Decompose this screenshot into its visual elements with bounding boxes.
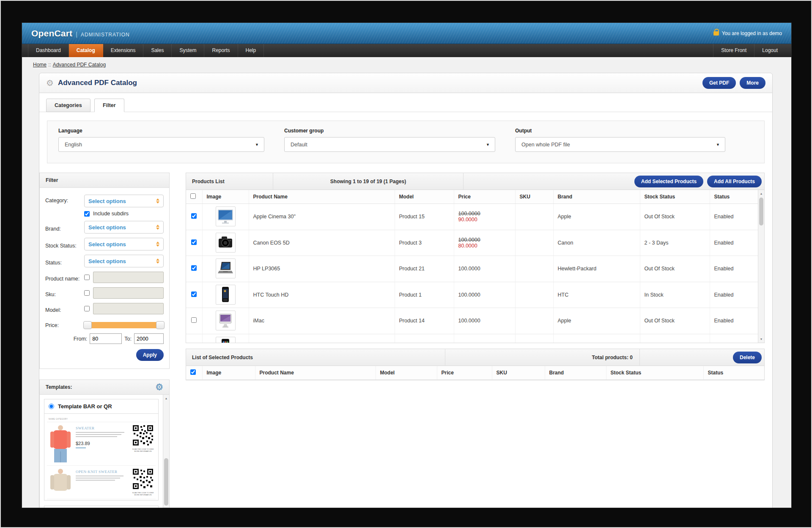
brand-divider: |: [76, 31, 77, 38]
nav-item-help[interactable]: Help: [238, 44, 264, 57]
add-selected-products-button[interactable]: Add Selected Products: [634, 176, 703, 187]
apply-button[interactable]: Apply: [136, 349, 164, 361]
products-scrollbar[interactable]: ▲ ▼: [758, 190, 764, 343]
status-multiselect[interactable]: Select options: [84, 255, 164, 267]
col-model: Model: [376, 366, 437, 380]
cell-status: Enabled: [710, 256, 758, 282]
product-name-enable-checkbox[interactable]: [84, 275, 90, 280]
cell-status: Enabled: [710, 334, 758, 343]
row-checkbox[interactable]: [191, 292, 197, 297]
cell-brand: Canon: [553, 230, 640, 256]
qr-code: [133, 425, 153, 446]
scroll-up-icon[interactable]: ▲: [758, 190, 764, 197]
template-option-bar-or-qr[interactable]: Template BAR or QR: [44, 399, 159, 414]
product-row: iMac Product 14 100.0000 Apple Out Of St…: [186, 308, 758, 334]
row-checkbox[interactable]: [191, 317, 197, 323]
brand-subtitle: ADMINISTRATION: [81, 32, 130, 38]
col-brand: Brand: [545, 366, 606, 380]
selected-select-all-checkbox[interactable]: [190, 369, 196, 375]
nav-item-sales[interactable]: Sales: [143, 44, 172, 57]
customer-group-label: Customer group: [284, 128, 495, 134]
cell-product-name: HTC Touch HD: [249, 282, 395, 308]
nav-item-catalog[interactable]: Catalog: [69, 44, 103, 57]
templates-scrollbar[interactable]: ▲ ▼: [163, 395, 169, 508]
include-subdirs-checkbox[interactable]: [84, 211, 90, 217]
delete-button[interactable]: Delete: [733, 352, 762, 363]
cell-model: Product 14: [395, 308, 454, 334]
breadcrumb-home-link[interactable]: Home: [33, 62, 47, 68]
model-label: Model:: [45, 304, 84, 313]
nav-item-logout[interactable]: Logout: [754, 44, 785, 57]
cell-model: product 11: [395, 334, 454, 343]
product-row: HTC Touch HD Product 1 100.0000 HTC In S…: [186, 282, 758, 308]
language-select[interactable]: English ▼: [58, 137, 264, 152]
qr-caption: Scan the code to view more information: [132, 492, 154, 496]
sku-input[interactable]: [93, 287, 164, 299]
filter-row-sku: Sku:: [45, 287, 164, 299]
model-input[interactable]: [93, 303, 164, 314]
brand: OpenCart | ADMINISTRATION: [31, 28, 130, 38]
row-checkbox[interactable]: [191, 213, 197, 219]
nav-item-dashboard[interactable]: Dashboard: [28, 44, 69, 57]
cell-price: 101.0000: [454, 334, 515, 343]
scroll-down-icon[interactable]: ▼: [758, 336, 764, 342]
nav-item-reports[interactable]: Reports: [204, 44, 238, 57]
cell-product-name: iPhone: [249, 334, 395, 343]
breadcrumb-current-link[interactable]: Advanced PDF Catalog: [53, 62, 106, 68]
customer-group-select[interactable]: Default ▼: [284, 137, 495, 152]
templates-scrollbar-thumb[interactable]: [164, 458, 168, 506]
tab-categories[interactable]: Categories: [46, 99, 91, 112]
from-label: From:: [74, 336, 88, 342]
brand-multiselect[interactable]: Select options: [84, 221, 164, 234]
add-all-products-button[interactable]: Add All Products: [707, 176, 762, 187]
updown-icon: [156, 198, 159, 204]
price-label: Price:: [45, 319, 84, 328]
nav-item-store-front[interactable]: Store Front: [713, 44, 754, 57]
model-enable-checkbox[interactable]: [84, 306, 90, 311]
row-checkbox[interactable]: [191, 265, 197, 271]
selected-products-table: Image Product Name Model Price SKU Brand…: [186, 366, 764, 380]
nav-item-extensions[interactable]: Extensions: [103, 44, 144, 57]
product-name-input[interactable]: [93, 272, 164, 283]
products-scrollbar-thumb[interactable]: [759, 198, 763, 226]
caret-down-icon: ▼: [716, 143, 720, 147]
get-pdf-button[interactable]: Get PDF: [702, 77, 736, 89]
template-option-four[interactable]: Template four: [44, 506, 159, 508]
tab-filter[interactable]: Filter: [94, 99, 124, 112]
output-select[interactable]: Open whole PDF file ▼: [515, 137, 725, 152]
col-status: Status: [703, 366, 764, 380]
price-slider-handle-max[interactable]: [156, 321, 165, 329]
col-stock-status: Stock Status: [606, 366, 703, 380]
updown-icon: [156, 225, 159, 230]
row-checkbox[interactable]: [191, 239, 197, 245]
canon-eos-5d-image: [216, 233, 236, 253]
filter-row-category: Category: Select options Include subdirs: [45, 195, 164, 217]
stock-status-multiselect[interactable]: Select options: [84, 238, 164, 250]
price-from-input[interactable]: [90, 333, 122, 344]
templates-gear-icon[interactable]: ⚙: [155, 382, 163, 392]
templates-title: Templates:: [46, 384, 72, 390]
sku-enable-checkbox[interactable]: [84, 290, 90, 296]
col-stock-status: Stock Status: [640, 190, 710, 204]
price-range-slider[interactable]: [84, 322, 164, 328]
browser-viewport: OpenCart | ADMINISTRATION You are logged…: [22, 23, 791, 508]
selected-products-panel: List of Selected Products Total products…: [186, 349, 765, 380]
products-table-scroll-area: Image Product Name Model Price SKU Brand…: [186, 190, 765, 343]
cell-brand: HTC: [553, 282, 640, 308]
category-multiselect[interactable]: Select options: [84, 195, 164, 207]
cell-brand: Hewlett-Packard: [553, 256, 640, 282]
select-all-checkbox[interactable]: [190, 193, 196, 199]
cell-price: 100.000090.0000: [454, 204, 515, 230]
scroll-up-icon[interactable]: ▲: [163, 395, 169, 402]
price-to-input[interactable]: [134, 333, 164, 344]
price-slider-handle-min[interactable]: [83, 321, 92, 329]
page-gear-icon: ⚙: [46, 78, 54, 88]
preview-category-caption: NAME CATEGORY: [47, 417, 156, 422]
brand-multiselect-placeholder: Select options: [88, 224, 156, 231]
nav-item-system[interactable]: System: [172, 44, 204, 57]
cell-stock-status: Out Of Stock: [640, 308, 710, 334]
filter-row-stock-status: Stock Status: Select options: [45, 238, 164, 250]
template-bar-or-qr-radio[interactable]: [49, 404, 54, 409]
more-button[interactable]: More: [740, 77, 765, 89]
product-name-label: Product name:: [45, 273, 84, 282]
